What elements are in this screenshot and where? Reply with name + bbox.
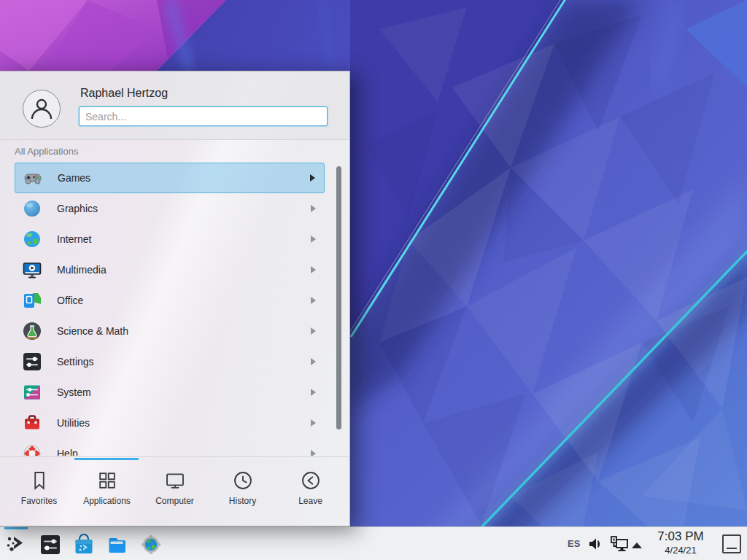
grid-icon: [96, 470, 118, 491]
menu-item-label: Graphics: [57, 203, 311, 214]
menu-item-label: Settings: [57, 356, 311, 368]
clock-time: 7:03 PM: [651, 529, 710, 544]
taskbar-panel: ES 7:03 PM 4/24/21: [0, 526, 747, 560]
submenu-arrow-icon: [311, 450, 316, 456]
bookmark-icon: [28, 470, 50, 491]
menu-item-science-math[interactable]: Science & Math: [15, 316, 325, 346]
submenu-arrow-icon: [311, 358, 316, 365]
submenu-arrow-icon: [311, 419, 316, 427]
clock-icon: [232, 470, 254, 491]
globe-icon: [22, 229, 42, 249]
volume-icon[interactable]: [588, 537, 604, 551]
menu-item-office[interactable]: Office: [15, 285, 325, 316]
submenu-arrow-icon: [311, 297, 316, 304]
monitor-play-icon: [22, 260, 42, 280]
sphere-icon: [22, 198, 42, 219]
menu-item-utilities[interactable]: Utilities: [15, 408, 325, 438]
tab-favorites[interactable]: Favorites: [5, 460, 73, 526]
computer-icon: [164, 470, 186, 491]
menu-item-settings[interactable]: Settings: [15, 346, 325, 377]
digital-clock[interactable]: 7:03 PM 4/24/21: [651, 529, 710, 556]
leave-icon: [300, 470, 322, 491]
application-launcher-menu: Raphael Hertzog All Applications Games: [0, 71, 350, 526]
show-desktop-button[interactable]: [722, 534, 741, 553]
network-icon[interactable]: [610, 535, 629, 553]
toolbox-icon: [22, 413, 42, 433]
menu-item-label: Internet: [57, 233, 311, 245]
header-divider: [0, 139, 349, 140]
section-label: All Applications: [15, 146, 78, 157]
documents-icon: [22, 290, 42, 311]
lifebuoy-icon: [22, 443, 42, 456]
menu-item-label: Help: [57, 448, 311, 456]
system-settings-launcher[interactable]: [39, 534, 61, 556]
clock-date: 4/24/21: [651, 544, 710, 556]
tab-leave[interactable]: Leave: [276, 460, 344, 526]
user-name: Raphael Hertzog: [80, 87, 168, 100]
sliders-color-icon: [22, 382, 42, 402]
search-input[interactable]: [79, 106, 328, 126]
tab-applications[interactable]: Applications: [73, 460, 141, 526]
sliders-dark-icon: [22, 351, 42, 372]
submenu-arrow-icon: [311, 266, 316, 273]
menu-item-help[interactable]: Help: [15, 438, 325, 456]
menu-item-graphics[interactable]: Graphics: [15, 193, 325, 224]
web-browser-launcher[interactable]: [140, 534, 162, 556]
discover-launcher[interactable]: [73, 534, 95, 556]
submenu-arrow-icon: [310, 174, 315, 182]
file-manager-launcher[interactable]: [107, 534, 128, 556]
tab-computer[interactable]: Computer: [141, 460, 209, 526]
flask-icon: [22, 321, 42, 341]
menu-item-games[interactable]: Games: [15, 163, 325, 193]
tray-expand-arrow-icon[interactable]: [630, 540, 643, 548]
menu-item-label: Office: [57, 295, 311, 306]
menu-item-label: Science & Math: [57, 325, 311, 337]
menu-item-multimedia[interactable]: Multimedia: [15, 254, 325, 285]
keyboard-layout-indicator[interactable]: ES: [568, 527, 580, 560]
footer-divider: [0, 456, 349, 457]
submenu-arrow-icon: [311, 327, 316, 335]
category-list: Games Graphics: [15, 163, 325, 456]
launcher-active-indicator: [4, 527, 28, 529]
submenu-arrow-icon: [311, 389, 316, 396]
list-scrollbar[interactable]: [336, 166, 341, 429]
menu-item-label: Games: [58, 172, 310, 184]
menu-item-label: Utilities: [57, 417, 311, 429]
submenu-arrow-icon: [311, 236, 316, 243]
menu-item-label: Multimedia: [57, 264, 311, 276]
launcher-tab-bar: Favorites Applications Computer: [5, 460, 344, 526]
menu-item-label: System: [57, 386, 311, 398]
gamepad-icon: [23, 168, 43, 188]
user-avatar[interactable]: [23, 90, 61, 128]
tab-history[interactable]: History: [209, 460, 276, 526]
menu-item-internet[interactable]: Internet: [15, 224, 325, 254]
submenu-arrow-icon: [311, 205, 316, 212]
user-icon: [28, 96, 55, 122]
menu-item-system[interactable]: System: [15, 377, 325, 408]
app-launcher-button[interactable]: [4, 533, 26, 555]
